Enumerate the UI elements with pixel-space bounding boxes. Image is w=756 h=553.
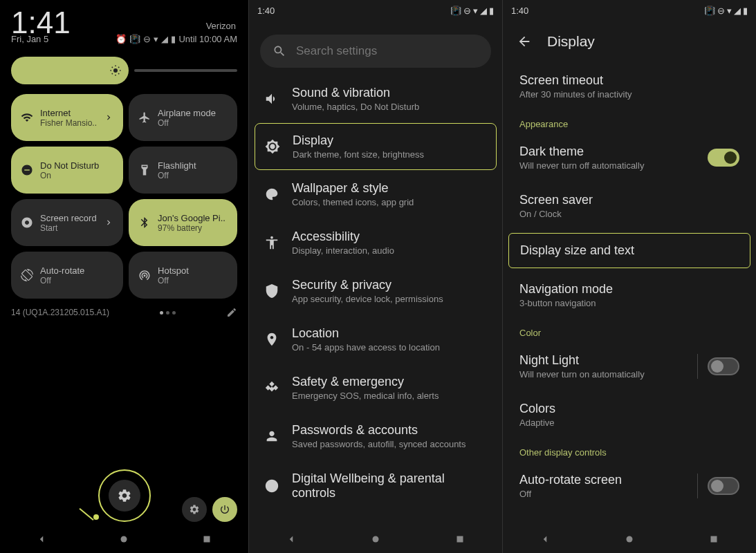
svg-point-5 [627,536,633,543]
qs-tile-title: Flashlight [158,160,228,171]
dark-theme-title: Dark theme [519,144,644,159]
navigation-mode-item[interactable]: Navigation mode 3-button navigation [503,271,756,319]
alarm-icon: ⏰ [116,34,127,44]
svg-point-1 [121,536,127,543]
search-input[interactable] [296,44,479,58]
night-light-toggle[interactable] [708,357,739,375]
recent-nav-icon[interactable] [454,533,466,545]
auto-rotate-toggle[interactable] [708,477,739,495]
date-row: Fri, Jan 5 ⏰ 📳 ⊖ ▾ ◢ ▮ Until 10:00 AM [0,31,248,47]
page-title: Display [547,33,595,50]
vibrate-icon: 📳 [450,6,461,16]
svg-rect-4 [457,536,463,543]
screen-saver-item[interactable]: Screen saver On / Clock [503,182,756,230]
qs-tile-title: Internet [40,108,97,118]
qs-tile-hotspot[interactable]: HotspotOff [129,252,237,299]
screen-saver-title: Screen saver [519,193,739,207]
location-icon [264,332,279,347]
home-nav-icon[interactable] [369,533,382,545]
settings-button-large[interactable] [109,480,140,512]
qs-tile-airplane[interactable]: Airplane modeOff [129,94,237,141]
settings-highlight [98,469,151,522]
brightness-track[interactable] [134,69,237,72]
settings-item-emergency[interactable]: Safety & emergencyEmergency SOS, medical… [249,364,502,412]
qs-tile-record[interactable]: Screen recordStart [11,199,123,246]
wifi-icon: ▾ [473,6,478,16]
recent-nav-icon[interactable] [201,533,213,545]
qs-tile-sub: Start [40,223,97,233]
brightness-icon [109,64,122,77]
search-icon [273,44,286,58]
power-button[interactable] [212,497,237,522]
accessibility-icon [264,235,279,250]
qs-tile-rotate[interactable]: Auto-rotateOff [11,252,123,299]
back-nav-icon[interactable] [539,533,551,545]
setting-title: Digital Wellbeing & parental controls [292,471,487,500]
settings-item-wellbeing[interactable]: Digital Wellbeing & parental controls [249,460,502,512]
back-nav-icon[interactable] [285,533,297,545]
wifi-icon: ▾ [154,34,158,44]
recent-nav-icon[interactable] [708,533,720,545]
settings-item-shield[interactable]: Security & privacyApp security, device l… [249,267,502,315]
search-bar[interactable] [260,35,491,68]
setting-title: Sound & vibration [292,86,419,100]
edit-icon[interactable] [226,307,237,318]
qs-tile-bluetooth[interactable]: Jon's Google Pi..97% battery [129,199,237,246]
qs-tile-title: Airplane mode [158,108,228,118]
setting-title: Display [293,133,424,148]
wifi-icon [21,111,33,124]
setting-title: Passwords & accounts [292,423,465,438]
dark-theme-toggle[interactable] [708,149,739,167]
battery-icon: ▮ [743,6,748,16]
display-size-title: Display size and text [520,243,739,258]
nav-bar [503,525,756,553]
palette-icon [264,187,279,202]
screen-timeout-title: Screen timeout [519,73,739,88]
auto-rotate-item[interactable]: Auto-rotate screen Off [503,462,756,510]
dnd-icon: ⊖ [463,6,471,16]
qs-tile-sub: Off [158,171,228,180]
settings-item-volume[interactable]: Sound & vibrationVolume, haptics, Do Not… [249,75,502,123]
setting-title: Wallpaper & style [292,181,414,196]
svg-rect-6 [711,536,717,543]
settings-item-brightness[interactable]: DisplayDark theme, font size, brightness [255,123,497,170]
power-icon [219,504,230,515]
qs-tile-wifi[interactable]: InternetFisher Mansio.. [11,94,123,141]
auto-rotate-sub: Off [519,489,622,499]
brightness-slider[interactable] [11,57,129,84]
display-size-item[interactable]: Display size and text [508,233,750,268]
home-nav-icon[interactable] [118,533,130,545]
flashlight-icon [138,164,151,176]
setting-title: Safety & emergency [292,375,439,389]
battery-icon: ▮ [489,6,494,16]
back-arrow-icon[interactable] [517,34,532,49]
brightness-icon [265,139,280,154]
night-light-item[interactable]: Night Light Will never turn on automatic… [503,342,756,391]
vibrate-icon: 📳 [129,34,140,44]
settings-item-palette[interactable]: Wallpaper & styleColors, themed icons, a… [249,170,502,218]
back-nav-icon[interactable] [35,533,48,545]
status-icons: 📳 ⊖ ▾ ◢ ▮ [704,6,748,16]
screen-timeout-item[interactable]: Screen timeout After 30 minutes of inact… [503,62,756,111]
settings-button-small[interactable] [182,497,207,522]
settings-item-location[interactable]: LocationOn - 54 apps have access to loca… [249,315,502,364]
qs-tile-sub: On [40,171,113,180]
gear-icon [117,488,132,503]
dark-theme-item[interactable]: Dark theme Will never turn off automatic… [503,133,756,182]
status-time: 1:40 [511,6,528,16]
svg-point-0 [113,68,118,73]
colors-item[interactable]: Colors Adaptive [503,391,756,439]
qs-tile-title: Hotspot [158,265,228,276]
qs-tile-title: Screen record [40,213,97,223]
header-row: Display [503,21,756,62]
qs-tile-flashlight[interactable]: FlashlightOff [129,147,237,194]
home-nav-icon[interactable] [623,533,636,545]
settings-item-account[interactable]: Passwords & accountsSaved passwords, aut… [249,412,502,460]
setting-sub: Emergency SOS, medical info, alerts [292,391,439,401]
signal-icon: ◢ [734,6,741,16]
hotspot-icon [138,269,151,281]
setting-sub: App security, device lock, permissions [292,294,443,304]
qs-tile-dnd[interactable]: Do Not DisturbOn [11,147,123,194]
setting-sub: Saved passwords, autofill, synced accoun… [292,439,465,449]
settings-item-accessibility[interactable]: AccessibilityDisplay, interaction, audio [249,218,502,267]
